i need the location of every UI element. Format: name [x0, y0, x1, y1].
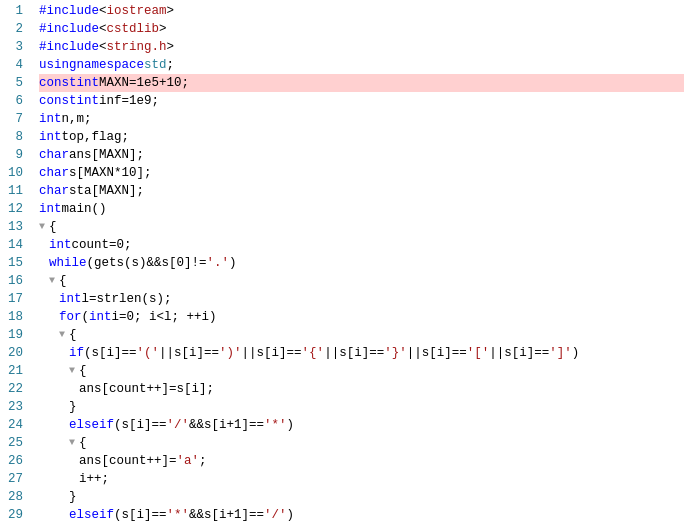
- code-text: main(): [62, 200, 107, 218]
- code-text: using: [39, 56, 77, 74]
- code-line-1: #include <iostream>: [39, 2, 684, 20]
- code-text: &&s[i+1]==: [189, 416, 264, 434]
- code-text: '{': [302, 344, 325, 362]
- fold-arrow-16[interactable]: ▼: [49, 272, 59, 290]
- code-text: {: [49, 218, 57, 236]
- code-text: iostream: [107, 2, 167, 20]
- code-text: #include: [39, 20, 99, 38]
- ln-11: 11: [8, 182, 23, 200]
- code-line-27: i++;: [39, 470, 684, 488]
- ln-26: 26: [8, 452, 23, 470]
- code-line-12: int main(): [39, 200, 684, 218]
- code-area: 1 2 3 4 5 6 7 8 9 10 11 12 13 14 15 16 1…: [0, 0, 684, 524]
- code-text: ): [287, 506, 295, 524]
- code-text: '/': [167, 416, 190, 434]
- code-text: '*': [264, 416, 287, 434]
- code-text: <: [99, 38, 107, 56]
- code-line-11: char sta[MAXN];: [39, 182, 684, 200]
- ln-24: 24: [8, 416, 23, 434]
- code-text: string.h: [107, 38, 167, 56]
- code-text: ']': [549, 344, 572, 362]
- code-line-22: ans[count++]=s[i];: [39, 380, 684, 398]
- code-text: MAXN=1e5+10;: [99, 74, 189, 92]
- code-text: '[': [467, 344, 490, 362]
- code-text: char: [39, 164, 69, 182]
- ln-5: 5: [8, 74, 23, 92]
- code-text: }: [69, 488, 77, 506]
- code-line-18: for(int i=0; i<l; ++i): [39, 308, 684, 326]
- ln-28: 28: [8, 488, 23, 506]
- fold-arrow-21[interactable]: ▼: [69, 362, 79, 380]
- code-text: int: [39, 200, 62, 218]
- ln-16: 16: [8, 272, 23, 290]
- code-text: else: [69, 416, 99, 434]
- code-text: #include: [39, 38, 99, 56]
- code-text: namespace: [77, 56, 145, 74]
- code-text: 'a': [177, 452, 200, 470]
- code-text: &&s[i+1]==: [189, 506, 264, 524]
- code-line-10: char s[MAXN*10];: [39, 164, 684, 182]
- code-line-28: }: [39, 488, 684, 506]
- code-text: (s[i]==: [114, 506, 167, 524]
- code-text: int: [77, 92, 100, 110]
- code-text: <: [99, 20, 107, 38]
- code-text: ;: [199, 452, 207, 470]
- code-text: '.': [207, 254, 230, 272]
- code-text: ||s[i]==: [159, 344, 219, 362]
- fold-arrow-13[interactable]: ▼: [39, 218, 49, 236]
- code-text: {: [69, 326, 77, 344]
- ln-9: 9: [8, 146, 23, 164]
- ln-29: 29: [8, 506, 23, 524]
- ln-27: 27: [8, 470, 23, 488]
- code-text: cstdlib: [107, 20, 160, 38]
- code-text: (: [82, 308, 90, 326]
- code-text: (gets(s)&&s[0]!=: [87, 254, 207, 272]
- line-numbers: 1 2 3 4 5 6 7 8 9 10 11 12 13 14 15 16 1…: [0, 0, 31, 524]
- code-text: char: [39, 182, 69, 200]
- code-line-14: int count=0;: [39, 236, 684, 254]
- code-line-16: ▼ {: [39, 272, 684, 290]
- ln-20: 20: [8, 344, 23, 362]
- code-text: if: [99, 506, 114, 524]
- code-text: while: [49, 254, 87, 272]
- fold-arrow-25[interactable]: ▼: [69, 434, 79, 452]
- code-text: int: [49, 236, 72, 254]
- code-text: n,m;: [62, 110, 92, 128]
- code-line-15: while(gets(s)&&s[0]!='.'): [39, 254, 684, 272]
- code-line-2: #include <cstdlib>: [39, 20, 684, 38]
- code-content[interactable]: #include <iostream> #include <cstdlib> #…: [31, 0, 684, 524]
- ln-2: 2: [8, 20, 23, 38]
- ln-3: 3: [8, 38, 23, 56]
- code-text: >: [167, 2, 175, 20]
- ln-10: 10: [8, 164, 23, 182]
- code-line-26: ans[count++]='a';: [39, 452, 684, 470]
- code-text: sta[MAXN];: [69, 182, 144, 200]
- code-text: else: [69, 506, 99, 524]
- code-text: '(': [137, 344, 160, 362]
- code-text: >: [159, 20, 167, 38]
- code-text: int: [89, 308, 112, 326]
- ln-25: 25: [8, 434, 23, 452]
- code-text: const: [39, 74, 77, 92]
- code-text: ||s[i]==: [324, 344, 384, 362]
- code-text: ||s[i]==: [407, 344, 467, 362]
- ln-12: 12: [8, 200, 23, 218]
- code-text: count=0;: [72, 236, 132, 254]
- code-line-21: ▼ {: [39, 362, 684, 380]
- code-line-8: int top,flag;: [39, 128, 684, 146]
- ln-22: 22: [8, 380, 23, 398]
- code-text: for: [59, 308, 82, 326]
- code-text: ans[MAXN];: [69, 146, 144, 164]
- code-text: i++;: [79, 470, 109, 488]
- code-text: '}': [384, 344, 407, 362]
- fold-arrow-19[interactable]: ▼: [59, 326, 69, 344]
- code-text: if: [99, 416, 114, 434]
- ln-19: 19: [8, 326, 23, 344]
- code-text: ||s[i]==: [489, 344, 549, 362]
- code-text: '*': [167, 506, 190, 524]
- ln-14: 14: [8, 236, 23, 254]
- ln-4: 4: [8, 56, 23, 74]
- code-text: top,flag;: [62, 128, 130, 146]
- code-text: ;: [167, 56, 175, 74]
- code-text: ans[count++]=s[i];: [79, 380, 214, 398]
